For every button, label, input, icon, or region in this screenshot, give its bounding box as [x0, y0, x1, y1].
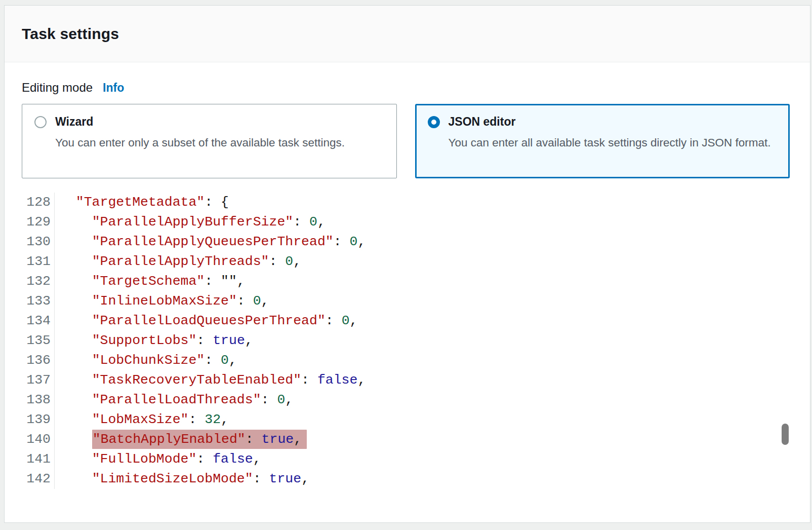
editing-mode-options: Wizard You can enter only a subset of th… [22, 104, 790, 178]
code-content[interactable]: "FullLobMode": false, [55, 449, 261, 469]
code-content[interactable]: "LobChunkSize": 0, [55, 351, 237, 370]
option-title-wizard: Wizard [55, 115, 93, 129]
option-description-wizard: You can enter only a subset of the avail… [55, 134, 379, 152]
option-description-json-editor: You can enter all available task setting… [449, 134, 773, 152]
panel-body: Editing mode Info Wizard You can enter o… [5, 62, 810, 489]
code-lines: 128 "TargetMetadata": {129 "ParallelAppl… [5, 193, 790, 489]
code-content[interactable]: "LimitedSizeLobMode": true, [55, 469, 309, 489]
option-card-wizard-head: Wizard [34, 115, 384, 129]
line-number: 130 [5, 232, 55, 252]
code-content[interactable]: "TaskRecoveryTableEnabled": false, [55, 370, 366, 390]
task-settings-panel: Task settings Editing mode Info Wizard Y… [4, 5, 810, 523]
code-content[interactable]: "LobMaxSize": 32, [55, 410, 229, 430]
line-number: 132 [5, 272, 55, 291]
line-number: 141 [5, 449, 55, 469]
code-line: 141 "FullLobMode": false, [5, 449, 790, 469]
code-content[interactable]: "InlineLobMaxSize": 0, [55, 291, 269, 311]
option-card-wizard[interactable]: Wizard You can enter only a subset of th… [22, 104, 397, 178]
code-line: 133 "InlineLobMaxSize": 0, [5, 291, 790, 311]
panel-header: Task settings [5, 6, 810, 62]
line-number: 142 [5, 469, 55, 489]
scrollbar-thumb[interactable] [782, 424, 789, 445]
code-line: 140 "BatchApplyEnabled": true, [5, 430, 790, 449]
radio-selected-icon[interactable] [428, 116, 440, 128]
line-number: 129 [5, 212, 55, 232]
code-line: 131 "ParallelApplyThreads": 0, [5, 252, 790, 272]
line-number: 136 [5, 351, 55, 370]
code-line: 137 "TaskRecoveryTableEnabled": false, [5, 370, 790, 390]
radio-unselected-icon[interactable] [34, 116, 47, 128]
line-number: 135 [5, 331, 55, 351]
line-number: 140 [5, 430, 55, 449]
code-line: 129 "ParallelApplyBufferSize": 0, [5, 212, 790, 232]
option-card-json-editor[interactable]: JSON editor You can enter all available … [415, 104, 790, 178]
code-content[interactable]: "TargetSchema": "", [55, 272, 245, 291]
code-content[interactable]: "TargetMetadata": { [55, 193, 229, 212]
code-line: 128 "TargetMetadata": { [5, 193, 790, 212]
json-code-editor[interactable]: 128 "TargetMetadata": {129 "ParallelAppl… [5, 193, 790, 489]
code-content[interactable]: "ParallelLoadThreads": 0, [55, 390, 293, 410]
code-line: 132 "TargetSchema": "", [5, 272, 790, 291]
code-content[interactable]: "ParallelApplyBufferSize": 0, [55, 212, 326, 232]
code-line: 139 "LobMaxSize": 32, [5, 410, 790, 430]
code-line: 136 "LobChunkSize": 0, [5, 351, 790, 370]
line-number: 137 [5, 370, 55, 390]
code-line: 135 "SupportLobs": true, [5, 331, 790, 351]
editing-mode-row: Editing mode Info [22, 80, 790, 96]
highlighted-code: "BatchApplyEnabled": true, [92, 430, 307, 449]
code-content[interactable]: "ParallelLoadQueuesPerThread": 0, [55, 311, 357, 331]
code-content[interactable]: "SupportLobs": true, [55, 331, 253, 351]
line-number: 138 [5, 390, 55, 410]
info-link[interactable]: Info [103, 80, 124, 96]
line-number: 133 [5, 291, 55, 311]
line-number: 131 [5, 252, 55, 272]
editing-mode-label: Editing mode [22, 80, 93, 96]
line-number: 134 [5, 311, 55, 331]
code-content[interactable]: "ParallelApplyQueuesPerThread": 0, [55, 232, 366, 252]
option-title-json-editor: JSON editor [449, 115, 516, 129]
code-line: 142 "LimitedSizeLobMode": true, [5, 469, 790, 489]
option-card-json-editor-head: JSON editor [428, 115, 778, 129]
code-content[interactable]: "BatchApplyEnabled": true, [55, 430, 307, 449]
line-number: 139 [5, 410, 55, 430]
code-line: 138 "ParallelLoadThreads": 0, [5, 390, 790, 410]
code-line: 134 "ParallelLoadQueuesPerThread": 0, [5, 311, 790, 331]
code-content[interactable]: "ParallelApplyThreads": 0, [55, 252, 301, 272]
page-title: Task settings [22, 25, 119, 43]
code-line: 130 "ParallelApplyQueuesPerThread": 0, [5, 232, 790, 252]
line-number: 128 [5, 193, 55, 212]
